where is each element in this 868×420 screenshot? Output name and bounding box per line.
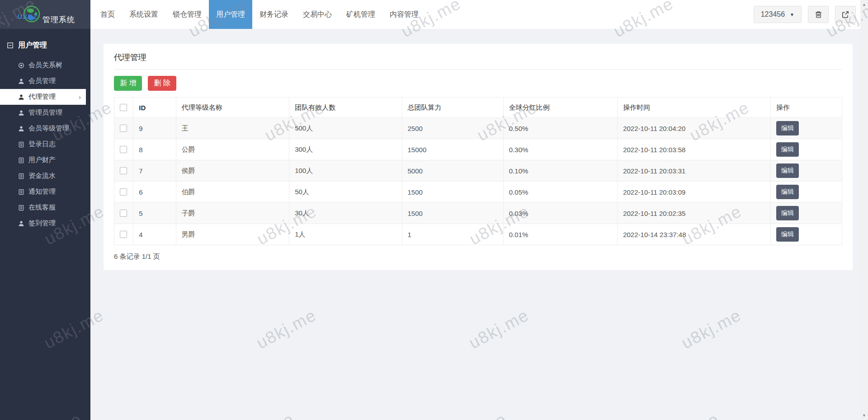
row-checkbox[interactable]: [120, 210, 127, 217]
cell-total-power: 1: [402, 224, 503, 245]
logo-text: USDZ: [17, 13, 38, 20]
scroll-up-icon[interactable]: ▲: [862, 0, 866, 9]
cell-action: 编辑: [771, 118, 842, 139]
sidebar-item-label: 签到管理: [28, 219, 56, 228]
user-dropdown[interactable]: 123456 ▼: [754, 6, 802, 23]
sidebar-item-4[interactable]: 会员等级管理: [0, 121, 86, 136]
sidebar-section-users[interactable]: 用户管理: [0, 29, 90, 57]
sidebar-item-label: 代理管理: [28, 93, 56, 101]
sidebar-item-label: 通知管理: [28, 187, 56, 196]
nav-tab-6[interactable]: 矿机管理: [339, 0, 382, 29]
nav-tab-3[interactable]: 用户管理: [209, 0, 252, 29]
cell-level-name: 公爵: [176, 139, 289, 160]
cell-action: 编辑: [771, 160, 842, 182]
sidebar-menu: 会员关系树会员管理代理管理›管理员管理会员等级管理登录日志用户财产资金流水通知管…: [0, 57, 90, 231]
table-row: 7侯爵100人50000.10%2022-10-11 20:03:31编辑: [114, 160, 842, 182]
cell-team-count: 100人: [289, 160, 402, 182]
edit-button[interactable]: 编辑: [776, 142, 799, 157]
add-button[interactable]: 新 增: [114, 76, 142, 91]
cell-dividend-ratio: 0.05%: [503, 182, 617, 203]
nav-tab-0[interactable]: 首页: [93, 0, 122, 29]
nav-tab-5[interactable]: 交易中心: [296, 0, 339, 29]
sidebar-item-9[interactable]: 在线客服: [0, 200, 86, 215]
cell-team-count: 500人: [289, 118, 402, 139]
user-icon: [18, 78, 24, 84]
cell-action: 编辑: [771, 224, 842, 245]
sidebar-item-label: 登录日志: [28, 140, 56, 149]
nav-tab-4[interactable]: 财务记录: [252, 0, 296, 29]
edit-button[interactable]: 编辑: [776, 227, 799, 242]
nav-tab-1[interactable]: 系统设置: [122, 0, 165, 29]
row-checkbox: [114, 139, 133, 160]
sidebar-item-2[interactable]: 代理管理›: [0, 89, 86, 105]
doc-icon: [18, 205, 24, 211]
row-checkbox: [114, 160, 133, 182]
sidebar-item-label: 在线客服: [28, 203, 56, 212]
cell-dividend-ratio: 0.30%: [503, 139, 617, 160]
trash-button[interactable]: [808, 6, 829, 23]
main-content: 代理管理 新 增 删 除 ID代理等级名称团队有效人数总团队算力全球分红比例操作…: [90, 29, 860, 420]
cell-dividend-ratio: 0.03%: [503, 203, 617, 224]
sidebar-item-5[interactable]: 登录日志: [0, 136, 86, 152]
user-icon: [18, 126, 24, 132]
sidebar-item-1[interactable]: 会员管理: [0, 73, 86, 89]
cell-dividend-ratio: 0.50%: [503, 118, 617, 139]
sidebar-item-0[interactable]: 会员关系树: [0, 57, 86, 73]
cell-total-power: 1500: [402, 203, 503, 224]
cell-operate-time: 2022-10-11 20:03:58: [618, 139, 771, 160]
sidebar-item-6[interactable]: 用户财产: [0, 152, 86, 168]
column-header-2: 团队有效人数: [289, 98, 402, 118]
delete-button[interactable]: 删 除: [148, 76, 176, 91]
doc-icon: [18, 141, 24, 148]
sidebar-item-8[interactable]: 通知管理: [0, 184, 86, 200]
column-header-3: 总团队算力: [402, 98, 503, 118]
export-button[interactable]: [835, 6, 856, 23]
doc-icon: [18, 173, 24, 179]
row-checkbox: [114, 118, 133, 139]
nav-tab-2[interactable]: 锁仓管理: [165, 0, 209, 29]
edit-button[interactable]: 编辑: [776, 121, 799, 135]
sidebar-section-label: 用户管理: [18, 41, 47, 50]
page-title: 代理管理: [114, 52, 842, 70]
cell-action: 编辑: [771, 203, 842, 224]
row-checkbox[interactable]: [120, 167, 127, 174]
row-checkbox[interactable]: [120, 231, 127, 238]
edit-button[interactable]: 编辑: [776, 206, 799, 220]
row-checkbox: [114, 203, 133, 224]
column-header-4: 全球分红比例: [503, 98, 617, 118]
table-row: 5子爵30人15000.03%2022-10-11 20:02:35编辑: [114, 203, 842, 224]
caret-down-icon: ▼: [790, 12, 794, 17]
cell-team-count: 300人: [289, 139, 402, 160]
nav-tab-7[interactable]: 内容管理: [382, 0, 426, 29]
cell-id: 7: [133, 160, 176, 182]
cell-team-count: 1人: [289, 224, 402, 245]
edit-button[interactable]: 编辑: [776, 185, 799, 199]
column-header-5: 操作时间: [618, 98, 771, 118]
chevron-right-icon: ›: [79, 93, 81, 101]
cell-id: 6: [133, 182, 176, 203]
cell-level-name: 侯爵: [176, 160, 289, 182]
doc-icon: [18, 189, 24, 195]
sidebar-item-7[interactable]: 资金流水: [0, 168, 86, 184]
user-icon: [18, 110, 24, 116]
sidebar-item-10[interactable]: 签到管理: [0, 215, 86, 231]
row-checkbox[interactable]: [120, 125, 127, 132]
column-header-0: ID: [133, 98, 176, 118]
cell-level-name: 伯爵: [176, 182, 289, 203]
app-logo: USDZ 管理系统: [0, 0, 90, 29]
select-all-checkbox[interactable]: [120, 104, 127, 111]
scroll-down-icon[interactable]: ▼: [862, 411, 866, 420]
row-checkbox[interactable]: [120, 188, 127, 196]
sidebar-item-3[interactable]: 管理员管理: [0, 105, 86, 121]
cell-operate-time: 2022-10-11 20:03:31: [618, 160, 771, 182]
row-checkbox[interactable]: [120, 146, 127, 153]
vertical-scrollbar[interactable]: ▲ ▼: [860, 0, 868, 420]
cell-level-name: 男爵: [176, 224, 289, 245]
edit-button[interactable]: 编辑: [776, 163, 799, 178]
cell-total-power: 5000: [402, 160, 503, 182]
cell-team-count: 50人: [289, 182, 402, 203]
top-nav: 首页系统设置锁仓管理用户管理财务记录交易中心矿机管理内容管理: [93, 0, 426, 29]
cell-id: 9: [133, 118, 176, 139]
cell-operate-time: 2022-10-11 20:02:35: [618, 203, 771, 224]
cell-total-power: 2500: [402, 118, 503, 139]
